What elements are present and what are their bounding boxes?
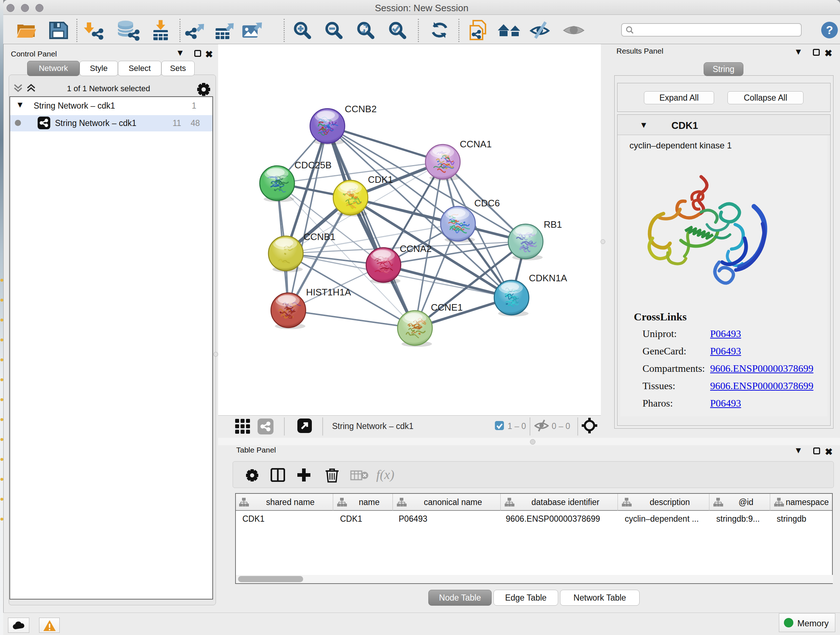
svg-text:CCNA2: CCNA2	[400, 243, 431, 254]
svg-text:CDC25B: CDC25B	[294, 160, 332, 171]
svg-text:CCNA1: CCNA1	[460, 139, 492, 149]
svg-text:CCNB1: CCNB1	[303, 231, 335, 242]
svg-text:CCNB2: CCNB2	[345, 103, 377, 114]
svg-text:CCNE1: CCNE1	[431, 302, 463, 313]
svg-text:RB1: RB1	[544, 219, 562, 230]
svg-text:CDC6: CDC6	[474, 198, 500, 209]
svg-text:HIST1H1A: HIST1H1A	[306, 287, 351, 298]
svg-text:CDK1: CDK1	[368, 174, 393, 185]
svg-text:CDKN1A: CDKN1A	[529, 272, 567, 283]
